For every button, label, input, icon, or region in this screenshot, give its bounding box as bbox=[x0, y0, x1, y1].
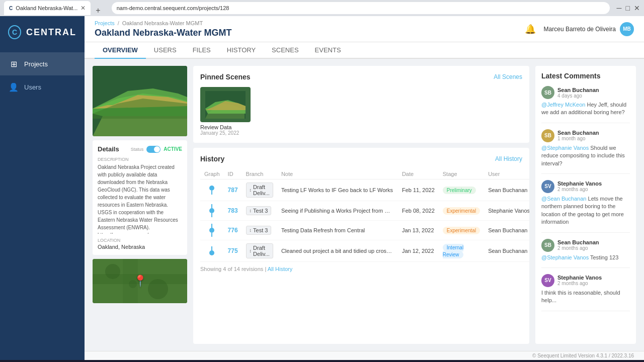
comment-item: SB Sean Buchanan 4 days ago @Jeffrey McK… bbox=[541, 86, 630, 123]
comment-time: 1 month ago bbox=[557, 136, 599, 141]
logo-text: CENTRAL bbox=[26, 27, 76, 38]
scene-thumbnail bbox=[200, 87, 251, 122]
sidebar-item-users[interactable]: 👤 Users bbox=[0, 75, 85, 99]
showing-revisions: Showing 4 of 14 revisions | All History bbox=[200, 266, 522, 272]
tab-overview[interactable]: OVERVIEW bbox=[95, 42, 146, 59]
comment-text: @Jeffrey McKeon Hey Jeff, should we add … bbox=[541, 101, 630, 117]
pinned-scenes-title: Pinned Scenes bbox=[200, 73, 251, 81]
row-branch: ↕ Test 3 bbox=[242, 201, 277, 221]
comment-item: SV Stephanie Vanos 2 months ago @Sean Bu… bbox=[541, 180, 630, 233]
tab-files[interactable]: FILES bbox=[185, 42, 219, 59]
projects-icon: ⊞ bbox=[8, 58, 19, 69]
breadcrumb-current: Oakland Nebraska-Water MGMT bbox=[122, 20, 203, 26]
details-title: Details bbox=[98, 145, 119, 153]
address-bar-url[interactable]: nam-demo.central.seequent.com/projects/1… bbox=[117, 5, 229, 11]
row-id: 776 bbox=[224, 221, 242, 240]
terrain-thumbnail bbox=[93, 66, 187, 136]
comment-time: 2 months ago bbox=[557, 187, 602, 192]
col-user: User bbox=[484, 169, 529, 179]
taskbar: ⊞ 🔍 ○ 🌐 Chrome 10:26 AM 3/8/2022 bbox=[0, 360, 644, 362]
col-branch: Branch bbox=[242, 169, 277, 179]
comment-meta: Sean Buchanan 1 month ago bbox=[557, 130, 599, 141]
comment-text: I think this is reasonable, should help.… bbox=[541, 289, 630, 305]
row-stage: Internal Review bbox=[439, 240, 484, 262]
row-branch: ↕ Draft Deliv... bbox=[242, 179, 277, 201]
minimize-button[interactable]: ─ bbox=[617, 4, 622, 12]
logo[interactable]: C CENTRAL bbox=[0, 16, 85, 48]
comment-author: Stephanie Vanos bbox=[557, 180, 602, 187]
all-history-inline-link[interactable]: All History bbox=[268, 266, 293, 272]
sidebar-nav: ⊞ Projects 👤 Users bbox=[0, 52, 85, 99]
details-panel: Details Status ACTIVE Description Oaklan… bbox=[93, 140, 187, 255]
tab-scenes[interactable]: SCENES bbox=[264, 42, 306, 59]
page-breadcrumb: Projects / Oakland Nebraska-Water MGMT O… bbox=[95, 20, 525, 38]
comments-title: Latest Comments bbox=[541, 72, 630, 80]
description-label: Description bbox=[98, 157, 182, 162]
row-date: Jan 12, 2022 bbox=[398, 240, 439, 262]
history-table: Graph ID Branch Note Date Stage User bbox=[200, 169, 529, 262]
tab-close-icon[interactable]: ✕ bbox=[80, 5, 86, 12]
comment-time: 2 months ago bbox=[557, 245, 599, 251]
comment-avatar: SB bbox=[541, 86, 554, 99]
breadcrumb-projects[interactable]: Projects bbox=[95, 20, 115, 26]
row-user: Sean Buchanan bbox=[484, 240, 529, 262]
project-image bbox=[93, 66, 187, 136]
new-tab-button[interactable]: + bbox=[92, 6, 104, 15]
user-profile[interactable]: Marceu Barreto de Oliveira MB bbox=[544, 22, 634, 36]
scene-date: January 25, 2022 bbox=[200, 130, 251, 136]
row-stage: Experimental bbox=[439, 201, 484, 221]
maximize-button[interactable]: □ bbox=[626, 4, 630, 12]
comment-meta: Stephanie Vanos 2 months ago bbox=[557, 275, 602, 286]
close-button[interactable]: ✕ bbox=[634, 4, 640, 12]
project-description: Oakland Nebraska Project created with pu… bbox=[98, 163, 182, 234]
user-avatar: MB bbox=[620, 22, 634, 36]
location-label: Location bbox=[98, 238, 182, 243]
users-icon: 👤 bbox=[8, 81, 19, 93]
row-id: 775 bbox=[224, 240, 242, 262]
svg-point-10 bbox=[148, 279, 168, 299]
map-container[interactable]: 📍 bbox=[93, 259, 187, 303]
app-footer: © Seequent Limited Version 4.3.1 / 2022.… bbox=[85, 351, 644, 360]
row-note: Testing LF Works to IF Geo back to LF Wo… bbox=[277, 179, 398, 201]
comments-panel: Latest Comments SB Sean Buchanan 4 days … bbox=[535, 66, 636, 344]
comment-author: Stephanie Vanos bbox=[557, 275, 602, 281]
sidebar-users-label: Users bbox=[24, 83, 41, 91]
comment-text: @Sean Buchanan Lets move the northern pl… bbox=[541, 195, 630, 226]
notification-bell[interactable]: 🔔 bbox=[525, 24, 536, 35]
row-branch: ↕ Draft Deliv... bbox=[242, 240, 277, 262]
tab-users[interactable]: USERS bbox=[146, 42, 185, 59]
comment-item: SB Sean Buchanan 1 month ago @Stephanie … bbox=[541, 129, 630, 174]
tab-history[interactable]: HISTORY bbox=[219, 42, 264, 59]
scenes-grid: Review Data January 25, 2022 bbox=[200, 87, 522, 136]
col-id: ID bbox=[224, 169, 242, 179]
scene-card[interactable]: Review Data January 25, 2022 bbox=[200, 87, 251, 136]
pinned-scenes-section: Pinned Scenes All Scenes bbox=[193, 66, 529, 143]
row-user: Stephanie Vanos bbox=[484, 201, 529, 221]
comment-meta: Stephanie Vanos 2 months ago bbox=[557, 180, 602, 192]
project-location: Oakland, Nebraska bbox=[98, 244, 182, 250]
row-stage: Preliminary bbox=[439, 179, 484, 201]
tab-title: Oakland Nebraska-Wat... bbox=[16, 5, 77, 11]
row-user: Sean Buchanan bbox=[484, 179, 529, 201]
comment-text: @Stephanie Vanos Testing 123 bbox=[541, 254, 630, 261]
history-section: History All History Graph ID Branch Note bbox=[193, 148, 529, 344]
tab-events[interactable]: EVENTS bbox=[307, 42, 349, 59]
sidebar-item-projects[interactable]: ⊞ Projects bbox=[0, 52, 85, 75]
table-row[interactable]: 775 ↕ Draft Deliv... Cleaned out project… bbox=[200, 240, 529, 262]
favicon: C bbox=[9, 6, 13, 11]
row-stage: Experimental bbox=[439, 221, 484, 240]
center-panel: Pinned Scenes All Scenes bbox=[193, 66, 529, 344]
comment-item: SB Sean Buchanan 2 months ago @Stephanie… bbox=[541, 239, 630, 268]
table-row[interactable]: 783 ↕ Test 3 Seeing if Publishing a Work… bbox=[200, 201, 529, 221]
logo-icon: C bbox=[8, 25, 21, 39]
row-id: 783 bbox=[224, 201, 242, 221]
all-history-link[interactable]: All History bbox=[495, 155, 522, 162]
col-date: Date bbox=[398, 169, 439, 179]
all-scenes-link[interactable]: All Scenes bbox=[494, 73, 522, 80]
row-date: Feb 08, 2022 bbox=[398, 201, 439, 221]
table-row[interactable]: 776 ↕ Test 3 Testing Data Refresh from C… bbox=[200, 221, 529, 240]
comment-avatar: SV bbox=[541, 180, 554, 193]
sidebar-projects-label: Projects bbox=[24, 60, 48, 68]
status-toggle[interactable] bbox=[146, 146, 160, 153]
table-row[interactable]: 787 ↕ Draft Deliv... Testing LF Works to… bbox=[200, 179, 529, 201]
